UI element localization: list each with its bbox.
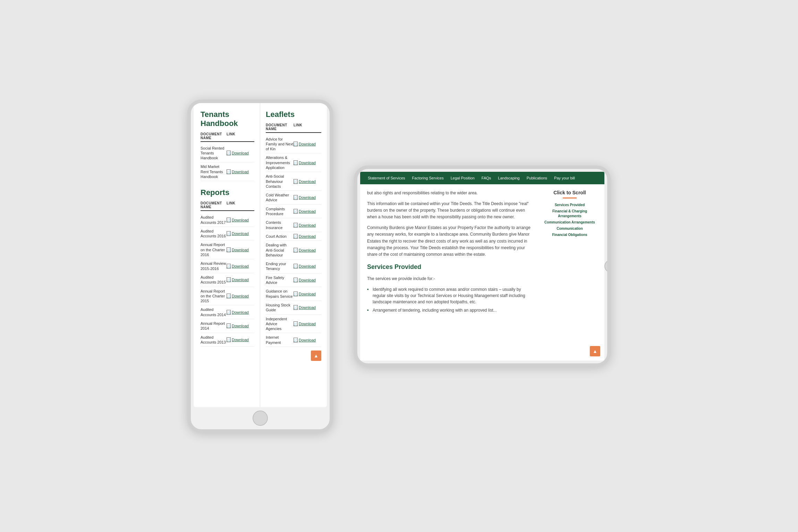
scroll-link-obligations[interactable]: Financial Obligations (542, 233, 597, 237)
report-download-7[interactable]: 📄 Download (227, 310, 254, 315)
report-download-9[interactable]: 📄 Download (227, 337, 254, 342)
nav-item-publications[interactable]: Publications (523, 172, 551, 184)
leaflets-col-link: LINK (294, 123, 321, 131)
leaflet-doc-1: Advice for Family and Next of Kin (266, 137, 294, 152)
leaflet-download-1[interactable]: 📄 Download (294, 142, 321, 146)
report-row-1: Audited Accounts 2017 📄 Download (201, 213, 254, 227)
report-dl-icon-2: 📄 (227, 231, 231, 236)
leaflets-title: Leaflets (266, 110, 321, 119)
handbook-col-name: DOCUMENT NAME (201, 132, 227, 140)
leaflet-row-6: Contents Insurance 📄 Download (266, 218, 321, 232)
report-download-6[interactable]: 📄 Download (227, 294, 254, 298)
report-dl-icon-5: 📄 (227, 277, 231, 282)
services-intro: The services we provide include for:- (367, 276, 535, 282)
leaflet-doc-9: Ending your Tenancy (266, 261, 294, 271)
report-row-4: Annual Review 2015-2016 📄 Download (201, 259, 254, 273)
reports-table-header: DOCUMENT NAME LINK (201, 201, 254, 211)
leaflet-download-14[interactable]: 📄 Download (294, 338, 321, 343)
leaflet-dl-icon-14: 📄 (294, 338, 298, 343)
leaflet-row-13: Independent Advice Agencies 📄 Download (266, 315, 321, 333)
scroll-link-services[interactable]: Services Provided (542, 203, 597, 208)
scroll-link-financial[interactable]: Financial & Charging Arrangements (542, 209, 597, 219)
leaflet-download-7[interactable]: 📄 Download (294, 234, 321, 239)
leaflets-col-name: DOCUMENT NAME (266, 123, 294, 131)
leaflet-download-4[interactable]: 📄 Download (294, 195, 321, 200)
leaflet-download-6[interactable]: 📄 Download (294, 223, 321, 228)
nav-item-factoring[interactable]: Factoring Services (409, 172, 447, 184)
handbook-download-2[interactable]: 📄 Download (227, 169, 254, 174)
content-body: but also rights and responsibilities rel… (367, 190, 535, 355)
report-dl-icon-9: 📄 (227, 337, 231, 342)
leaflet-dl-icon-12: 📄 (294, 305, 298, 310)
leaflet-row-1: Advice for Family and Next of Kin 📄 Down… (266, 135, 321, 154)
report-doc-6: Annual Report on the Charter 2015 (201, 289, 227, 304)
leaflet-row-12: Housing Stock Guide 📄 Download (266, 301, 321, 315)
download-icon-1: 📄 (227, 151, 231, 155)
services-list: Identifying all work required to common … (367, 286, 535, 313)
main-content-area: but also rights and responsibilities rel… (360, 184, 604, 361)
nav-item-legal[interactable]: Legal Position (447, 172, 478, 184)
leaflet-download-12[interactable]: 📄 Download (294, 305, 321, 310)
report-row-3: Annual Report on the Charter 2016 📄 Down… (201, 240, 254, 259)
report-doc-5: Audited Accounts 2015 (201, 275, 227, 285)
content-para-1: but also rights and responsibilities rel… (367, 190, 535, 196)
leaflet-doc-8: Dealing with Anti-Social Behaviour (266, 243, 294, 257)
leaflet-download-13[interactable]: 📄 Download (294, 321, 321, 326)
nav-item-pay-bill[interactable]: Pay your bill (551, 172, 578, 184)
leaflet-doc-14: Internet Payment (266, 335, 294, 345)
service-item-2: Arrangement of tendering, including work… (367, 307, 535, 313)
nav-item-faqs[interactable]: FAQs (478, 172, 495, 184)
home-button-right[interactable] (604, 260, 611, 272)
report-download-4[interactable]: 📄 Download (227, 264, 254, 269)
report-doc-3: Annual Report on the Charter 2016 (201, 242, 227, 257)
report-download-1[interactable]: 📄 Download (227, 218, 254, 222)
report-download-2[interactable]: 📄 Download (227, 231, 254, 236)
report-doc-4: Annual Review 2015-2016 (201, 261, 227, 271)
report-download-3[interactable]: 📄 Download (227, 247, 254, 252)
handbook-download-1[interactable]: 📄 Download (227, 151, 254, 155)
report-dl-icon-7: 📄 (227, 310, 231, 315)
report-doc-1: Audited Accounts 2017 (201, 215, 227, 225)
home-button-left[interactable] (253, 411, 268, 426)
content-para-2: This information will be contained withi… (367, 201, 535, 221)
click-to-scroll-widget: Click to Scroll (542, 190, 597, 199)
scroll-link-communication-arr[interactable]: Communication Arrangements (542, 220, 597, 225)
leaflet-dl-icon-10: 📄 (294, 278, 298, 282)
leaflet-download-9[interactable]: 📄 Download (294, 264, 321, 269)
leaflet-download-3[interactable]: 📄 Download (294, 179, 321, 184)
leaflet-row-8: Dealing with Anti-Social Behaviour 📄 Dow… (266, 241, 321, 260)
report-download-8[interactable]: 📄 Download (227, 323, 254, 328)
click-to-scroll-title: Click to Scroll (542, 190, 597, 195)
nav-item-statement[interactable]: Statement of Services (364, 172, 409, 184)
scroll-up-button-right[interactable]: ▲ (590, 346, 600, 356)
report-dl-icon-3: 📄 (227, 247, 231, 252)
leaflet-dl-icon-3: 📄 (294, 179, 298, 184)
handbook-row-1: Social Rented Tenants Handbook 📄 Downloa… (201, 144, 254, 163)
left-tablet-screen: Tenants Handbook DOCUMENT NAME LINK Soci… (194, 103, 327, 407)
leaflets-table-header: DOCUMENT NAME LINK (266, 123, 321, 133)
reports-col-link: LINK (227, 201, 254, 209)
scroll-sidebar: Click to Scroll Services Provided Financ… (542, 190, 597, 355)
scroll-up-button-left[interactable]: ▲ (311, 351, 321, 361)
leaflet-doc-10: Fire Safety Advice (266, 275, 294, 285)
handbook-table-header: DOCUMENT NAME LINK (201, 132, 254, 142)
navigation-bar: Statement of Services Factoring Services… (360, 172, 604, 184)
leaflet-download-8[interactable]: 📄 Download (294, 248, 321, 253)
leaflet-doc-3: Anti-Social Behaviour Contacts (266, 174, 294, 189)
leaflet-download-10[interactable]: 📄 Download (294, 278, 321, 282)
report-dl-icon-4: 📄 (227, 264, 231, 269)
download-icon-2: 📄 (227, 169, 231, 174)
orange-divider (563, 197, 577, 199)
nav-item-landscaping[interactable]: Landscaping (494, 172, 523, 184)
leaflet-row-11: Guidance on Repairs Service 📄 Download (266, 287, 321, 301)
report-dl-icon-8: 📄 (227, 323, 231, 328)
report-download-5[interactable]: 📄 Download (227, 277, 254, 282)
leaflet-download-11[interactable]: 📄 Download (294, 292, 321, 296)
leaflet-dl-icon-6: 📄 (294, 223, 298, 228)
scroll-link-communication[interactable]: Communication (542, 226, 597, 231)
leaflet-download-5[interactable]: 📄 Download (294, 209, 321, 214)
leaflet-dl-icon-8: 📄 (294, 248, 298, 253)
leaflet-doc-7: Court Action (266, 234, 294, 239)
leaflet-download-2[interactable]: 📄 Download (294, 160, 321, 165)
leaflet-dl-icon-11: 📄 (294, 292, 298, 296)
